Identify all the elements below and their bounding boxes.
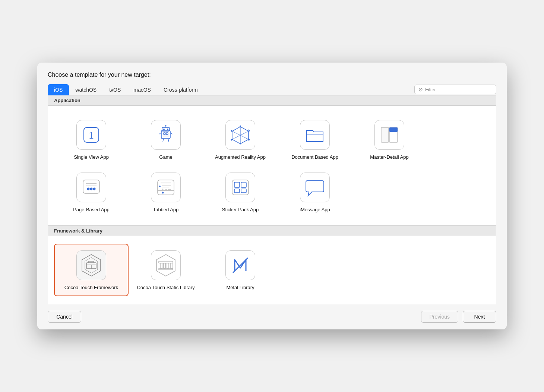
template-icon-document-app [300,120,330,150]
tab-list: iOS watchOS tvOS macOS Cross-platform [48,84,414,95]
svg-line-8 [159,133,161,134]
svg-text:•••: ••• [165,188,167,190]
svg-point-34 [159,186,161,187]
template-label-page-based-app: Page-Based App [73,207,110,213]
template-item-imessage-app[interactable]: iMessage App [278,166,352,218]
template-icon-master-detail-app [374,120,404,150]
svg-point-5 [167,129,168,130]
svg-line-10 [163,139,164,142]
filter-icon: ⊙ [418,86,423,92]
svg-point-25 [90,187,93,190]
svg-rect-29 [158,180,174,195]
tab-tvos[interactable]: tvOS [103,84,127,95]
template-icon-single-view-app: 1 [76,120,106,150]
filter-box: ⊙ [414,85,496,94]
bottom-bar: Cancel Previous Next [37,304,507,329]
tab-watchos[interactable]: watchOS [69,84,103,95]
svg-rect-22 [389,127,398,132]
svg-point-24 [87,187,90,190]
template-label-metal-library: Metal Library [226,285,254,291]
content-area: Application 1 Single View App [48,95,496,304]
svg-rect-41 [241,182,246,187]
template-label-imessage-app: iMessage App [300,207,330,213]
filter-input[interactable] [425,87,492,92]
template-label-master-detail-app: Master-Detail App [370,154,408,161]
template-item-master-detail-app[interactable]: Master-Detail App [352,113,427,166]
template-label-ar-app: Augmented Reality App [215,154,266,161]
template-item-sticker-pack-app[interactable]: Sticker Pack App [203,166,278,218]
svg-rect-43 [241,189,246,193]
framework-grid: Cocoa Touch Framework [48,236,496,304]
svg-rect-20 [381,127,389,142]
tab-ios[interactable]: iOS [48,84,69,95]
svg-rect-53 [167,263,169,268]
svg-point-26 [93,187,96,190]
svg-text:★: ★ [162,188,164,190]
application-grid: 1 Single View App [48,106,496,226]
bottom-right-buttons: Previous Next [421,311,496,323]
template-item-cocoa-touch-static-library[interactable]: Cocoa Touch Static Library [129,244,203,296]
template-item-metal-library[interactable]: Metal Library [203,244,278,296]
dialog-title: Choose a template for your new target: [48,72,496,78]
svg-rect-23 [83,180,99,193]
template-item-document-app[interactable]: Document Based App [278,113,352,166]
svg-rect-51 [160,263,162,268]
template-icon-cocoa-touch-framework [76,250,106,280]
next-button[interactable]: Next [463,311,496,323]
template-item-tabbed-app[interactable]: ★ ••• ••• Tabbed App [129,166,203,218]
svg-rect-52 [164,263,165,268]
template-label-game: Game [159,154,172,161]
template-label-document-app: Document Based App [291,154,338,161]
svg-rect-55 [159,268,173,270]
svg-rect-13 [166,133,168,135]
template-label-tabbed-app: Tabbed App [153,207,179,213]
template-icon-page-based-app [76,173,106,202]
template-label-sticker-pack-app: Sticker Pack App [222,207,259,213]
svg-rect-2 [161,130,170,139]
svg-rect-12 [164,133,165,135]
section-header-framework: Framework & Library [48,225,496,236]
template-icon-sticker-pack-app [225,173,255,202]
template-label-cocoa-touch-framework: Cocoa Touch Framework [64,285,118,291]
cancel-button[interactable]: Cancel [48,311,81,323]
svg-point-31 [162,192,164,193]
svg-rect-40 [234,182,240,187]
template-icon-ar-app [225,120,255,150]
template-icon-metal-library [225,250,255,280]
template-label-cocoa-touch-static-library: Cocoa Touch Static Library [137,285,194,291]
template-item-single-view-app[interactable]: 1 Single View App [54,113,129,166]
tab-crossplatform[interactable]: Cross-platform [157,84,204,95]
template-label-single-view-app: Single View App [74,154,109,161]
svg-point-4 [163,129,165,130]
tab-bar: iOS watchOS tvOS macOS Cross-platform ⊙ [48,84,496,95]
section-header-application: Application [48,95,496,106]
svg-rect-54 [170,263,172,268]
svg-line-9 [170,133,173,134]
previous-button[interactable]: Previous [421,311,458,323]
svg-line-11 [168,139,169,142]
template-icon-cocoa-touch-static-library [151,250,181,280]
template-icon-game [151,120,181,150]
template-icon-imessage-app [300,173,330,202]
template-item-game[interactable]: Game [129,113,203,166]
svg-rect-42 [234,189,240,193]
template-icon-tabbed-app: ★ ••• ••• [151,173,181,202]
tab-macos[interactable]: macOS [127,84,157,95]
template-item-page-based-app[interactable]: Page-Based App [54,166,129,218]
svg-point-7 [165,125,167,126]
template-item-ar-app[interactable]: Augmented Reality App [203,113,278,166]
svg-text:•••: ••• [168,188,171,190]
template-chooser-dialog: Choose a template for your new target: i… [37,63,507,330]
svg-text:1: 1 [89,129,94,141]
template-item-cocoa-touch-framework[interactable]: Cocoa Touch Framework [54,244,129,296]
